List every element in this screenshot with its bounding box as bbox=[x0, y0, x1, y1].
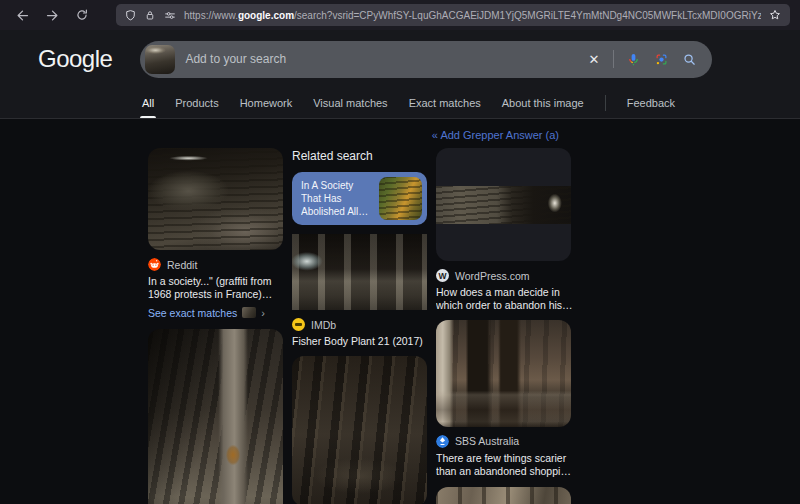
browser-toolbar: https://www.google.com/search?vsrid=CPyW… bbox=[0, 0, 800, 30]
source-row-reddit[interactable]: Reddit bbox=[148, 258, 283, 271]
result-card-imdb[interactable] bbox=[292, 234, 427, 310]
results-column-1: Reddit In a society..." (graffiti from 1… bbox=[148, 148, 283, 504]
source-row-wordpress[interactable]: W WordPress.com bbox=[436, 269, 571, 282]
tab-all[interactable]: All bbox=[142, 88, 154, 118]
result-title-sbs[interactable]: There are few things scarier than an aba… bbox=[436, 452, 575, 479]
search-header: Google ✕ All Products Homework bbox=[0, 30, 800, 119]
google-lens-icon bbox=[654, 52, 669, 67]
chevron-right-icon: › bbox=[261, 307, 265, 319]
permissions-sliders-icon[interactable] bbox=[163, 9, 177, 22]
browser-window: https://www.google.com/search?vsrid=CPyW… bbox=[0, 0, 800, 504]
url-text: https://www.google.com/search?vsrid=CPyW… bbox=[184, 10, 761, 21]
source-label: Reddit bbox=[167, 259, 197, 271]
back-button[interactable] bbox=[10, 4, 34, 26]
results-column-2: Related search In A Society That Has Abo… bbox=[292, 148, 427, 504]
result-image-dark-factory[interactable] bbox=[292, 356, 427, 504]
grepper-extension-row: « Add Grepper Answer (a) bbox=[148, 119, 571, 148]
exact-match-thumbnail bbox=[242, 307, 256, 318]
tab-products[interactable]: Products bbox=[175, 88, 218, 118]
search-input[interactable] bbox=[185, 52, 574, 66]
result-title-wordpress[interactable]: How does a man decide in which order to … bbox=[436, 286, 575, 313]
reddit-icon bbox=[148, 258, 161, 271]
address-bar[interactable]: https://www.google.com/search?vsrid=CPyW… bbox=[116, 4, 790, 26]
url-domain: google.com bbox=[238, 10, 294, 21]
result-title-imdb[interactable]: Fisher Body Plant 21 (2017) bbox=[292, 335, 431, 348]
wordpress-icon: W bbox=[436, 269, 449, 282]
back-arrow-icon bbox=[15, 8, 30, 23]
result-image-wordpress bbox=[436, 186, 571, 224]
query-image-thumbnail[interactable] bbox=[145, 45, 175, 74]
tabs-divider bbox=[605, 95, 606, 111]
source-label: WordPress.com bbox=[455, 270, 530, 282]
tab-feedback[interactable]: Feedback bbox=[627, 88, 675, 118]
search-submit-button[interactable] bbox=[680, 50, 698, 68]
results-column-3: W WordPress.com How does a man decide in… bbox=[436, 148, 571, 504]
search-magnifier-icon bbox=[682, 52, 697, 67]
result-image-reddit[interactable] bbox=[148, 148, 283, 250]
sbs-icon bbox=[436, 435, 449, 448]
result-image-imdb bbox=[292, 234, 427, 310]
logo-row: Google ✕ bbox=[0, 30, 800, 88]
result-card-wordpress[interactable] bbox=[436, 148, 571, 261]
search-bar-divider bbox=[613, 50, 614, 68]
forward-button[interactable] bbox=[40, 4, 64, 26]
imdb-icon bbox=[292, 318, 305, 331]
tab-exact-matches[interactable]: Exact matches bbox=[409, 88, 481, 118]
related-search-chip-image bbox=[379, 177, 422, 220]
result-image-sepia-ruin[interactable] bbox=[436, 487, 571, 504]
source-label: SBS Australia bbox=[455, 435, 519, 447]
lock-icon[interactable] bbox=[144, 9, 156, 22]
see-exact-matches-row[interactable]: See exact matches › bbox=[148, 307, 283, 319]
microphone-icon bbox=[626, 52, 641, 67]
bookmark-star-icon[interactable] bbox=[768, 8, 782, 22]
result-filter-tabs: All Products Homework Visual matches Exa… bbox=[0, 88, 800, 118]
clear-search-icon[interactable]: ✕ bbox=[584, 52, 603, 67]
forward-arrow-icon bbox=[45, 8, 60, 23]
related-search-chip[interactable]: In A Society That Has Abolished All Adve… bbox=[292, 172, 427, 225]
tab-about-this-image[interactable]: About this image bbox=[502, 88, 584, 118]
reload-button[interactable] bbox=[70, 4, 94, 26]
result-image-burned-interior[interactable] bbox=[148, 329, 283, 504]
tab-visual-matches[interactable]: Visual matches bbox=[313, 88, 387, 118]
lens-search-button[interactable] bbox=[652, 50, 670, 68]
shield-icon[interactable] bbox=[124, 9, 137, 22]
search-bar[interactable]: ✕ bbox=[140, 41, 712, 78]
reload-icon bbox=[75, 8, 89, 22]
source-row-imdb[interactable]: IMDb bbox=[292, 318, 427, 331]
result-image-sbs[interactable] bbox=[436, 320, 571, 427]
results-area: « Add Grepper Answer (a) Reddit In a soc… bbox=[0, 119, 800, 504]
url-path: /search?vsrid=CPyWhfSY-LquGhACGAEiJDM1Yj… bbox=[294, 10, 761, 21]
voice-search-button[interactable] bbox=[624, 50, 642, 68]
source-row-sbs[interactable]: SBS Australia bbox=[436, 435, 571, 448]
result-title-reddit[interactable]: In a society..." (graffiti from 1968 pro… bbox=[148, 275, 287, 302]
related-search-chip-text: In A Society That Has Abolished All Adve… bbox=[301, 179, 372, 218]
tab-homework[interactable]: Homework bbox=[240, 88, 293, 118]
see-exact-matches-link[interactable]: See exact matches bbox=[148, 307, 237, 319]
source-label: IMDb bbox=[311, 319, 336, 331]
results-masonry: Reddit In a society..." (graffiti from 1… bbox=[148, 148, 571, 504]
add-grepper-answer-link[interactable]: « Add Grepper Answer (a) bbox=[432, 129, 559, 141]
google-logo[interactable]: Google bbox=[38, 45, 112, 73]
related-search-heading: Related search bbox=[292, 149, 427, 163]
